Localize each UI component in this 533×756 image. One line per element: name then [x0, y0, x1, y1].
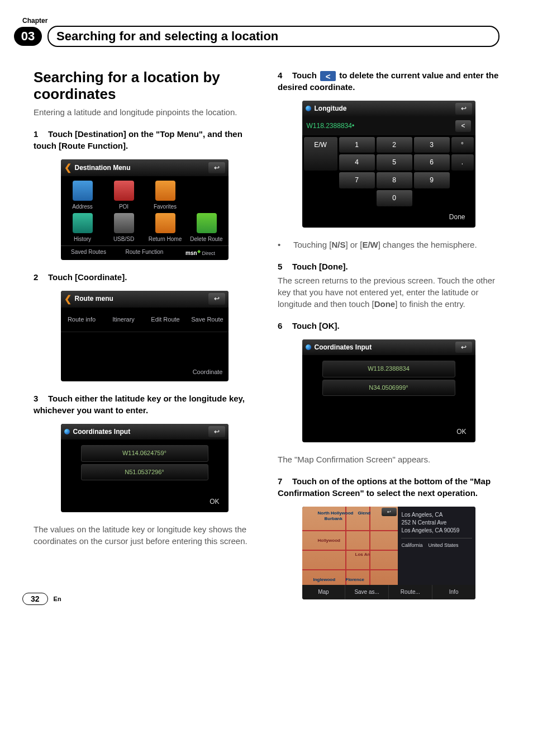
back-arrow-icon[interactable]: ❮ [64, 162, 72, 174]
latitude-field-2[interactable]: N34.0506999° [322, 380, 455, 396]
menu-address[interactable]: Address [63, 181, 102, 211]
step-1: 1Touch [Destination] on the "Top Menu", … [34, 128, 255, 152]
screenshot-destination-menu: ❮Destination Menu ↩ Address POI Favorite… [61, 159, 229, 260]
screenshot-coordinates-input-1: Coordinates Input ↩ W114.0624759° N51.05… [61, 424, 229, 512]
key-degree[interactable]: ° [451, 137, 474, 153]
longitude-field-2[interactable]: W118.2388834 [322, 361, 455, 377]
dev1-title: Destination Menu [75, 163, 131, 173]
step-7: 7Touch on of the options at the bottom o… [278, 475, 499, 499]
route-info-button[interactable]: Route info [61, 308, 103, 332]
key-2[interactable]: 2 [377, 137, 412, 153]
step-5-after: The screen returns to the previous scree… [278, 275, 499, 310]
done-button[interactable]: Done [302, 208, 475, 228]
return-icon[interactable]: ↩ [208, 293, 225, 305]
msn-logo: msn [185, 251, 197, 257]
itinerary-button[interactable]: Itinerary [103, 308, 145, 332]
lbl-address: Address [63, 203, 102, 211]
key-0[interactable]: 0 [377, 190, 412, 206]
return-icon[interactable]: ↩ [455, 103, 472, 115]
menu-poi[interactable]: POI [104, 181, 144, 211]
chapter-label: Chapter [22, 17, 499, 25]
globe-icon [64, 429, 70, 434]
step-6-text: Touch [OK]. [292, 321, 340, 330]
key-8[interactable]: 8 [377, 172, 412, 188]
country-label: United States [428, 542, 458, 549]
ok-button[interactable]: OK [61, 486, 229, 512]
chapter-title: Searching for and selecting a location [47, 26, 499, 47]
step-5-text: Touch [Done]. [292, 262, 348, 271]
key-6[interactable]: 6 [414, 154, 450, 171]
menu-saved-routes[interactable]: Saved Routes [61, 246, 117, 259]
b-suffix: ] changes the hemisphere. [378, 240, 477, 249]
step-4-prefix: Touch [292, 70, 319, 80]
menu-delete-route[interactable]: Delete Route [187, 213, 226, 243]
b-ew: E/W [362, 240, 378, 249]
menu-return-home[interactable]: Return Home [146, 213, 185, 243]
map-button[interactable]: Map [302, 585, 346, 599]
lbl-usbsd: USB/SD [104, 235, 144, 243]
state-label: California [401, 542, 422, 549]
screenshot-longitude-keypad: Longitude ↩ W118.2388834• < E/W 1 2 3 ° … [302, 101, 475, 228]
longitude-field[interactable]: W114.0624759° [81, 445, 208, 461]
dev5-title: Coordinates Input [315, 343, 372, 352]
map-info-panel: Los Angeles, CA 252 N Central Ave Los An… [398, 507, 475, 585]
save-route-button[interactable]: Save Route [187, 308, 229, 332]
save-as-button[interactable]: Save as... [345, 585, 389, 599]
menu-usbsd[interactable]: USB/SD [104, 213, 144, 243]
step-2-text: Touch [Coordinate]. [48, 272, 127, 282]
chapter-header: 03 Searching for and selecting a locatio… [14, 26, 499, 47]
key-3[interactable]: 3 [414, 137, 450, 153]
step-6: 6Touch [OK]. [278, 320, 499, 332]
lbl-favorites: Favorites [146, 203, 185, 211]
step-3: 3Touch either the latitude key or the lo… [34, 393, 255, 416]
key-9[interactable]: 9 [414, 172, 450, 188]
city-burbank: Burbank [325, 516, 342, 522]
addr-line-2: 252 N Central Ave [401, 519, 472, 527]
page-number: 32 [22, 593, 48, 605]
return-icon[interactable]: ↩ [208, 162, 225, 174]
city-hollywood: Hollywood [318, 537, 340, 544]
key-1[interactable]: 1 [339, 137, 375, 153]
city-inglewood: Inglewood [313, 577, 336, 583]
edit-route-button[interactable]: Edit Route [145, 308, 187, 332]
latitude-field[interactable]: N51.0537296° [81, 464, 208, 480]
menu-msn[interactable]: msn◆ Direct [173, 246, 229, 259]
screenshot-coordinates-input-2: Coordinates Input ↩ W118.2388834 N34.050… [302, 339, 475, 442]
menu-favorites[interactable]: Favorites [146, 181, 185, 211]
city-florence: Florence [346, 577, 364, 583]
step-1-text: Touch [Destination] on the "Top Menu", a… [34, 129, 242, 150]
dev3-title: Coordinates Input [73, 427, 131, 437]
step-2: 2Touch [Coordinate]. [34, 271, 255, 283]
language-code: En [54, 596, 61, 602]
key-5[interactable]: 5 [377, 154, 412, 171]
addr-line-1: Los Angeles, CA [401, 511, 472, 519]
s5a2: ] to finish the entry. [395, 299, 465, 309]
ew-toggle-button[interactable]: E/W [304, 137, 337, 171]
key-7[interactable]: 7 [339, 172, 375, 188]
return-icon[interactable]: ↩ [208, 426, 225, 438]
back-arrow-icon[interactable]: ❮ [64, 293, 72, 305]
ok-button-2[interactable]: OK [302, 416, 475, 442]
screenshot-map-confirmation: ↩ North Hollywood Burbank Glend Hollywoo… [302, 507, 475, 599]
b-ns: N/S [331, 240, 345, 249]
route-button[interactable]: Route... [389, 585, 432, 599]
key-4[interactable]: 4 [339, 154, 375, 171]
backspace-icon: < [320, 71, 336, 81]
menu-route-function[interactable]: Route Function [117, 246, 173, 259]
menu-history[interactable]: History [63, 213, 102, 243]
return-icon[interactable]: ↩ [455, 342, 472, 353]
return-icon[interactable]: ↩ [382, 508, 397, 516]
section-title: Searching for a location by coordinates [34, 69, 255, 103]
step-7-text: Touch on of the options at the bottom of… [278, 476, 491, 498]
globe-icon [306, 106, 311, 111]
msn-sub: Direct [202, 251, 215, 257]
map-area[interactable]: ↩ North Hollywood Burbank Glend Hollywoo… [302, 507, 398, 585]
backspace-button[interactable]: < [455, 120, 470, 132]
coordinate-button[interactable]: Coordinate [61, 355, 229, 381]
lbl-poi: POI [104, 203, 144, 211]
city-la: Los An [355, 551, 370, 557]
key-dot[interactable]: . [451, 154, 474, 171]
step-4: 4Touch < to delete the current value and… [278, 69, 499, 93]
info-button[interactable]: Info [432, 585, 475, 599]
step-3-text: Touch either the latitude key or the lon… [34, 394, 245, 415]
